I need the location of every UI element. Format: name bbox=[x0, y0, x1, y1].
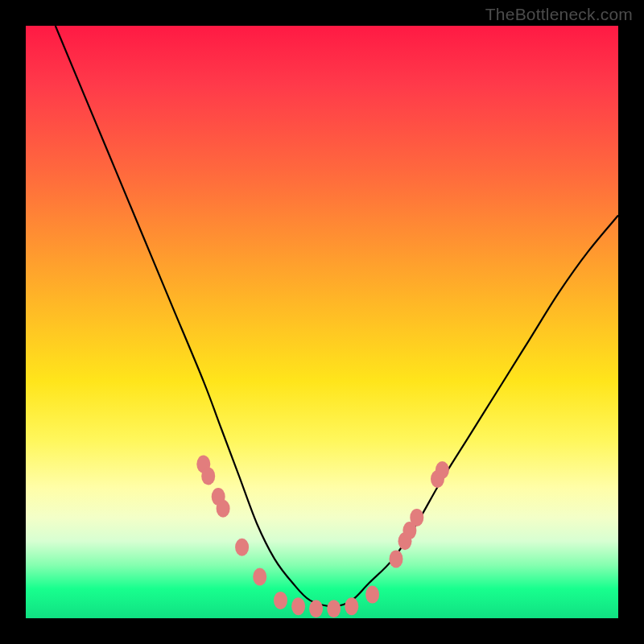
curve-marker bbox=[390, 550, 403, 568]
curve-marker bbox=[291, 597, 305, 615]
curve-marker bbox=[345, 597, 358, 615]
curve-marker bbox=[410, 509, 423, 526]
curve-marker bbox=[365, 586, 379, 604]
curve-marker bbox=[327, 600, 341, 617]
curve-markers bbox=[196, 456, 449, 618]
curve-marker bbox=[201, 467, 215, 485]
bottleneck-curve bbox=[56, 26, 618, 606]
curve-marker bbox=[253, 568, 266, 586]
curve-marker bbox=[217, 500, 230, 518]
chart-frame: TheBottleneck.com bbox=[0, 0, 644, 644]
curve-marker bbox=[235, 539, 249, 556]
watermark-text: TheBottleneck.com bbox=[485, 5, 633, 24]
curve-marker bbox=[436, 461, 449, 479]
chart-svg bbox=[26, 26, 618, 618]
chart-plot-area bbox=[26, 26, 618, 618]
curve-marker bbox=[309, 600, 323, 617]
curve-marker bbox=[274, 592, 287, 609]
